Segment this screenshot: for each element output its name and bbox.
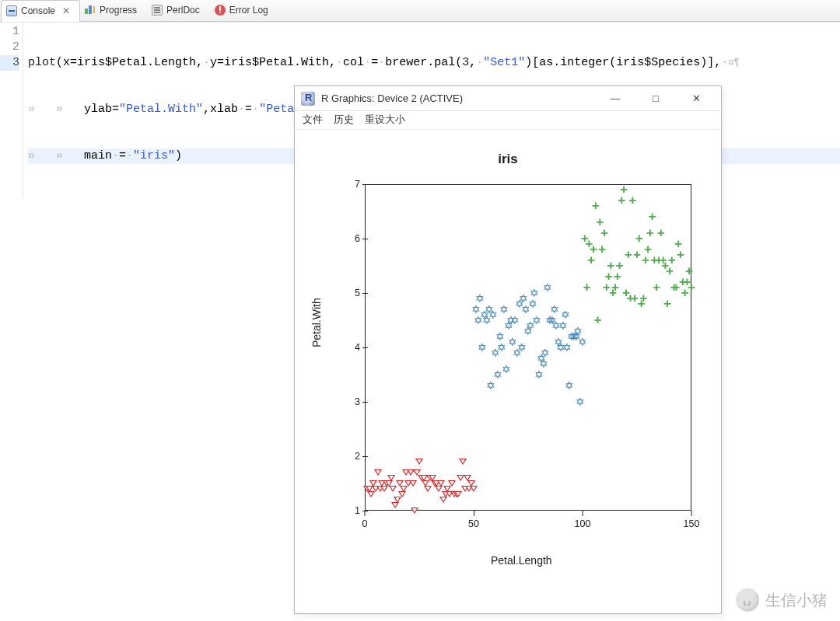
data-point-setosa [380, 486, 388, 492]
window-titlebar[interactable]: R Graphics: Device 2 (ACTIVE) — □ ✕ [295, 86, 721, 111]
tab-label: PerlDoc [166, 5, 200, 16]
wechat-icon [736, 588, 759, 612]
menu-history[interactable]: 历史 [334, 113, 354, 127]
data-point-setosa [398, 491, 406, 497]
data-point-versicolor: ✡ [539, 360, 548, 368]
data-point-setosa [470, 486, 478, 492]
data-point-setosa [387, 475, 395, 481]
window-title: R Graphics: Device 2 (ACTIVE) [321, 92, 463, 104]
data-point-virginica: + [649, 213, 656, 221]
y-tick-label: 5 [349, 288, 360, 298]
data-point-setosa [454, 491, 462, 497]
data-point-virginica: + [668, 256, 676, 264]
data-point-versicolor: ✡ [502, 365, 511, 373]
data-point-versicolor: ✡ [543, 284, 552, 291]
y-tick-label: 4 [349, 342, 360, 353]
plot-xlabel: Petal.Length [491, 554, 552, 567]
data-point-versicolor: ✡ [576, 398, 585, 406]
data-point-versicolor: ✡ [493, 371, 502, 379]
perldoc-icon [152, 5, 163, 16]
tab-close-icon[interactable]: ✕ [62, 5, 70, 16]
data-point-virginica: + [633, 251, 641, 259]
data-point-virginica: + [587, 256, 595, 264]
tab-label: Progress [100, 5, 137, 16]
data-point-virginica: + [620, 186, 628, 194]
data-point-virginica: + [642, 256, 649, 264]
data-point-setosa [389, 486, 397, 492]
tab-perldoc[interactable]: PerlDoc [147, 0, 210, 21]
data-point-versicolor: ✡ [499, 305, 509, 313]
data-point-versicolor: ✡ [519, 295, 528, 302]
error-icon [215, 5, 226, 16]
console-icon [6, 5, 17, 16]
data-point-versicolor: ✡ [573, 327, 583, 335]
data-point-virginica: + [688, 284, 695, 291]
data-point-setosa [391, 502, 399, 508]
view-tabbar: Console ✕ Progress PerlDoc Error Log [0, 0, 840, 22]
data-point-versicolor: ✡ [517, 344, 527, 351]
data-point-setosa [409, 480, 417, 487]
data-point-setosa [367, 491, 375, 497]
data-point-versicolor: ✡ [475, 295, 485, 302]
tab-errorlog[interactable]: Error Log [210, 0, 278, 21]
data-point-virginica: + [590, 246, 597, 253]
window-maximize-button[interactable]: □ [639, 87, 673, 110]
data-point-virginica: + [618, 197, 626, 204]
data-point-versicolor: ✡ [471, 305, 481, 313]
y-tick-label: 6 [349, 233, 360, 244]
data-point-virginica: + [640, 295, 648, 302]
line-number: 3 [0, 55, 19, 71]
window-close-button[interactable]: ✕ [679, 87, 713, 110]
data-point-virginica: + [657, 229, 665, 237]
data-point-setosa [400, 486, 408, 492]
data-point-versicolor: ✡ [534, 371, 544, 379]
data-point-virginica: + [629, 197, 637, 204]
data-point-versicolor: ✡ [541, 349, 550, 357]
data-point-virginica: + [594, 316, 602, 324]
x-tick-label: 150 [684, 518, 700, 529]
menu-resize[interactable]: 重设大小 [365, 113, 405, 127]
data-point-versicolor: ✡ [497, 344, 506, 351]
tab-console[interactable]: Console ✕ [1, 0, 80, 22]
data-point-versicolor: ✡ [530, 289, 539, 297]
data-point-versicolor: ✡ [508, 338, 517, 346]
window-menubar: 文件 历史 重设大小 [295, 111, 721, 130]
y-tick-label: 7 [349, 179, 360, 190]
data-point-virginica: + [592, 202, 600, 210]
data-point-setosa [394, 497, 401, 503]
progress-icon [85, 5, 96, 16]
data-point-virginica: + [635, 235, 643, 242]
tab-progress[interactable]: Progress [80, 0, 147, 21]
watermark-text: 生信小猪 [765, 590, 828, 611]
x-tick-label: 0 [362, 518, 368, 529]
x-tick-label: 100 [575, 518, 591, 529]
data-point-virginica: + [625, 251, 632, 259]
data-point-versicolor: ✡ [495, 333, 505, 340]
data-point-versicolor: ✡ [565, 382, 574, 389]
data-point-versicolor: ✡ [578, 338, 587, 346]
data-point-virginica: + [666, 267, 674, 275]
data-point-versicolor: ✡ [532, 316, 541, 324]
r-graphics-window[interactable]: R Graphics: Device 2 (ACTIVE) — □ ✕ 文件 历… [294, 85, 722, 614]
tab-label: Error Log [229, 5, 268, 16]
data-point-virginica: + [685, 267, 693, 275]
watermark: 生信小猪 [736, 588, 828, 612]
y-tick-label: 1 [349, 505, 360, 516]
data-point-setosa [424, 486, 432, 492]
x-tick-label: 50 [468, 518, 479, 529]
tab-label: Console [21, 5, 55, 16]
data-point-setosa [411, 508, 418, 514]
data-point-virginica: + [653, 284, 660, 291]
menu-file[interactable]: 文件 [303, 113, 323, 127]
data-point-virginica: + [583, 284, 591, 291]
line-gutter: 1 2 3 [0, 23, 23, 197]
data-point-virginica: + [616, 262, 624, 270]
r-logo-icon [301, 92, 315, 106]
data-point-versicolor: ✡ [550, 305, 559, 313]
window-minimize-button[interactable]: — [598, 87, 632, 110]
line-number: 2 [0, 40, 19, 55]
data-point-versicolor: ✡ [562, 344, 572, 351]
data-point-versicolor: ✡ [528, 300, 537, 308]
line-number: 1 [0, 24, 19, 40]
data-point-virginica: + [611, 284, 619, 291]
